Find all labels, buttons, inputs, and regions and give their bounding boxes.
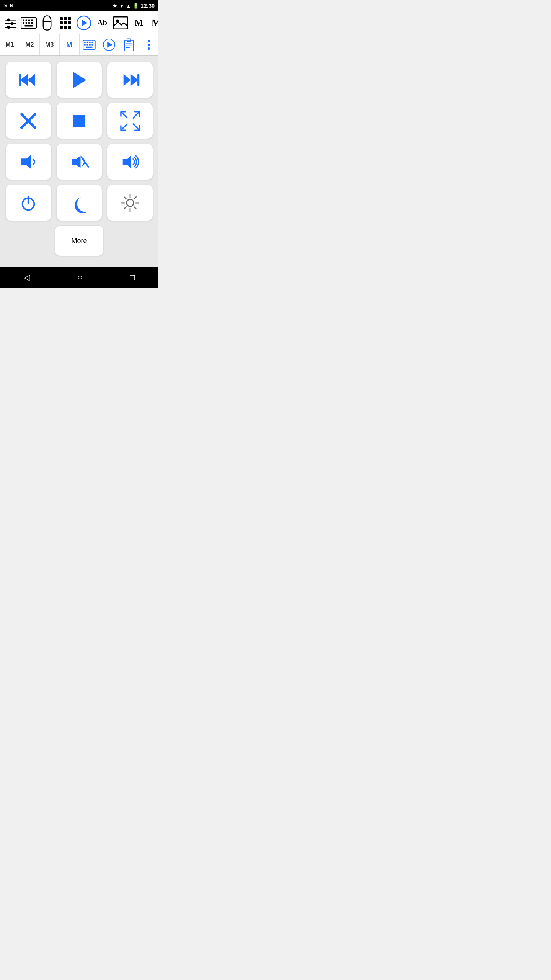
back-button[interactable]: ◁ (16, 269, 38, 286)
next-track-button[interactable] (107, 62, 153, 98)
more-button[interactable]: More (55, 225, 104, 256)
tab-play[interactable] (99, 34, 119, 55)
svg-marker-72 (122, 156, 131, 168)
volume-row (5, 144, 153, 180)
recents-button[interactable]: □ (122, 269, 142, 286)
more-button-container: More (5, 225, 153, 256)
svg-rect-26 (68, 26, 71, 29)
svg-rect-33 (158, 20, 158, 22)
svg-marker-59 (130, 74, 138, 86)
svg-rect-20 (68, 17, 71, 20)
svg-rect-23 (68, 21, 71, 24)
text-ab-toolbar-icon[interactable]: Ab (93, 14, 111, 32)
tab-m1[interactable]: M1 (0, 34, 20, 55)
svg-rect-10 (31, 19, 33, 21)
svg-rect-61 (137, 74, 139, 86)
svg-marker-70 (72, 155, 81, 168)
svg-point-1 (7, 18, 10, 21)
svg-rect-43 (91, 44, 93, 46)
svg-point-54 (148, 47, 150, 50)
second-toolbar: M1 M2 M3 M (0, 34, 158, 56)
notification-x-icon: ✕ (4, 3, 8, 8)
svg-point-53 (148, 44, 150, 46)
svg-point-5 (7, 26, 10, 29)
control-row (5, 103, 153, 139)
svg-rect-8 (26, 19, 27, 21)
svg-rect-38 (89, 42, 91, 43)
m-bold-toolbar-icon[interactable]: M (130, 14, 148, 32)
play-button[interactable] (56, 62, 103, 98)
svg-marker-56 (28, 74, 35, 86)
play-circle-toolbar-icon[interactable] (75, 14, 93, 32)
svg-rect-13 (28, 22, 30, 23)
power-button[interactable] (5, 185, 52, 221)
bluetooth-icon: ★ (112, 3, 117, 9)
brightness-button[interactable] (107, 185, 153, 221)
signal-icon: ▲ (126, 3, 131, 9)
svg-rect-36 (84, 42, 86, 43)
m-bars-toolbar-icon[interactable]: M (148, 14, 158, 32)
svg-rect-34 (158, 23, 158, 25)
keyboard-toolbar-icon[interactable] (20, 14, 37, 32)
volume-up-button[interactable] (107, 144, 153, 180)
top-toolbar: Ab M M (0, 11, 158, 34)
svg-line-80 (124, 197, 126, 199)
svg-rect-19 (64, 17, 67, 20)
stop-button[interactable] (56, 103, 103, 139)
svg-line-81 (134, 207, 136, 209)
svg-rect-14 (31, 22, 33, 23)
svg-marker-60 (123, 74, 130, 86)
svg-point-75 (126, 199, 134, 206)
tab-more-dots[interactable] (139, 34, 158, 55)
tab-keyboard[interactable] (80, 34, 99, 55)
svg-rect-42 (89, 44, 91, 46)
svg-rect-22 (64, 21, 67, 24)
svg-point-52 (148, 40, 150, 42)
svg-line-68 (132, 123, 139, 130)
expand-button[interactable] (107, 103, 153, 139)
svg-marker-55 (21, 74, 28, 86)
sliders-toolbar-icon[interactable] (2, 14, 19, 32)
night-mode-button[interactable] (56, 185, 103, 221)
status-right: ★ ▼ ▲ 🔋 22:30 (112, 3, 155, 9)
svg-rect-32 (158, 17, 158, 19)
svg-marker-46 (107, 42, 112, 47)
image-toolbar-icon[interactable] (112, 14, 129, 32)
close-button[interactable] (5, 103, 52, 139)
tab-m2[interactable]: M2 (20, 34, 40, 55)
svg-rect-37 (86, 42, 88, 43)
svg-rect-24 (60, 26, 63, 29)
svg-line-66 (132, 111, 139, 118)
volume-down-button[interactable] (5, 144, 52, 180)
svg-rect-64 (73, 115, 85, 127)
svg-line-82 (134, 197, 136, 199)
time-display: 22:30 (141, 3, 155, 9)
mute-button[interactable] (56, 144, 103, 180)
svg-rect-41 (86, 44, 88, 46)
svg-rect-15 (25, 25, 33, 26)
svg-rect-44 (86, 47, 93, 48)
svg-rect-40 (84, 44, 86, 46)
main-content: More (0, 56, 158, 267)
numpad-toolbar-icon[interactable] (57, 14, 74, 32)
svg-rect-7 (23, 19, 24, 21)
svg-rect-18 (60, 17, 63, 20)
svg-rect-29 (113, 17, 128, 29)
previous-track-button[interactable] (5, 62, 52, 98)
system-row (5, 185, 153, 221)
tab-clipboard[interactable] (119, 34, 139, 55)
tab-m-blue[interactable]: M (60, 34, 80, 55)
svg-rect-25 (64, 26, 67, 29)
svg-rect-21 (60, 21, 63, 24)
svg-rect-11 (23, 22, 24, 23)
mouse-toolbar-icon[interactable] (38, 14, 56, 32)
wifi-icon: ▼ (119, 3, 124, 9)
tab-m3[interactable]: M3 (40, 34, 60, 55)
home-button[interactable]: ○ (70, 269, 90, 286)
svg-rect-57 (19, 74, 21, 86)
battery-icon: 🔋 (133, 3, 139, 9)
n-icon: N (10, 3, 13, 8)
svg-marker-69 (21, 155, 31, 169)
svg-rect-39 (91, 42, 93, 43)
svg-line-65 (121, 111, 127, 118)
